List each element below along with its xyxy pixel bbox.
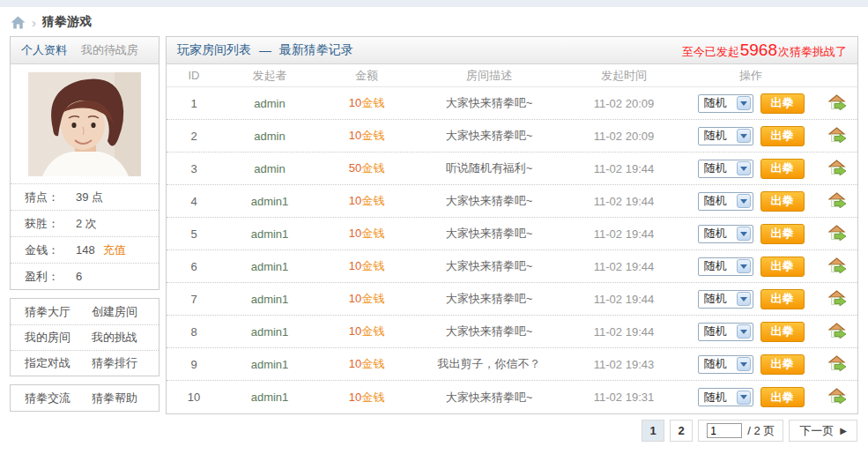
- tab-personal-profile[interactable]: 个人资料: [21, 42, 67, 58]
- gesture-select[interactable]: 随机: [698, 388, 753, 406]
- col-header-operation: 操作: [685, 68, 817, 84]
- latest-records-link[interactable]: 最新猜拳记录: [279, 42, 353, 58]
- enter-room-icon[interactable]: [828, 160, 847, 178]
- gesture-select[interactable]: 随机: [698, 127, 753, 145]
- amount-unit: 金钱: [361, 161, 384, 175]
- enter-room-icon[interactable]: [828, 323, 847, 341]
- stat-value: 2 次: [76, 216, 97, 232]
- menu-link-my-rooms[interactable]: 我的房间: [25, 330, 92, 346]
- menu-link-designated-battle[interactable]: 指定对战: [25, 355, 92, 371]
- room-id: 2: [167, 130, 221, 143]
- page-number-input[interactable]: [707, 423, 742, 438]
- room-description: 大家快来猜拳吧~: [415, 291, 563, 307]
- gesture-select[interactable]: 随机: [698, 160, 753, 178]
- table-row: 1 admin 10金钱 大家快来猜拳吧~ 11-02 20:09 随机 出拳: [167, 87, 857, 120]
- punch-button[interactable]: 出拳: [760, 322, 805, 342]
- table-row: 6 admin1 10金钱 大家快来猜拳吧~ 11-02 19:44 随机 出拳: [167, 250, 857, 283]
- punch-button[interactable]: 出拳: [760, 191, 805, 212]
- gesture-select-value: 随机: [704, 226, 727, 242]
- enter-room-icon[interactable]: [828, 257, 847, 276]
- home-icon[interactable]: [11, 16, 26, 29]
- table-body: 1 admin 10金钱 大家快来猜拳吧~ 11-02 20:09 随机 出拳: [167, 87, 857, 413]
- enter-room-icon[interactable]: [828, 290, 847, 309]
- room-description: 大家快来猜拳吧~: [415, 95, 563, 111]
- room-operations: 随机 出拳: [685, 387, 817, 407]
- room-id: 3: [167, 162, 221, 175]
- room-amount: 10金钱: [318, 193, 415, 209]
- stat-guess-points: 猜点： 39 点: [11, 183, 159, 210]
- stat-value: 148: [76, 243, 95, 257]
- menu-box-extra: 猜拳交流 猜拳帮助: [10, 384, 160, 412]
- room-operations: 随机 出拳: [685, 224, 817, 244]
- room-operations: 随机 出拳: [685, 93, 817, 114]
- room-enter-cell: [817, 127, 857, 145]
- chevron-down-icon: [737, 391, 751, 405]
- room-description: 听说随机有福利~: [415, 160, 563, 176]
- room-operations: 随机 出拳: [685, 257, 817, 277]
- chevron-down-icon: [737, 227, 751, 241]
- menu-link-my-challenges[interactable]: 我的挑战: [92, 330, 137, 346]
- room-amount: 10金钱: [318, 95, 415, 111]
- amount-unit: 金钱: [361, 292, 384, 305]
- next-page-button[interactable]: 下一页 ▶: [789, 420, 857, 442]
- room-start-time: 11-02 20:09: [563, 97, 685, 110]
- menu-link-create-room[interactable]: 创建房间: [92, 304, 137, 320]
- gesture-select-value: 随机: [704, 390, 727, 406]
- punch-button[interactable]: 出拳: [760, 126, 805, 146]
- room-id: 7: [167, 293, 221, 306]
- tab-my-waiting-rooms[interactable]: 我的待战房: [81, 42, 138, 58]
- page-total-label: / 2 页: [747, 423, 775, 439]
- table-row: 5 admin1 10金钱 大家快来猜拳吧~ 11-02 19:44 随机 出拳: [167, 218, 857, 250]
- page-button-1[interactable]: 1: [642, 420, 664, 442]
- room-operations: 随机 出拳: [685, 322, 817, 342]
- punch-button[interactable]: 出拳: [760, 159, 805, 179]
- enter-room-icon[interactable]: [828, 127, 847, 145]
- punch-button[interactable]: 出拳: [760, 224, 805, 244]
- enter-room-icon[interactable]: [828, 192, 847, 211]
- gesture-select[interactable]: 随机: [698, 355, 753, 374]
- profile-stats: 猜点： 39 点 获胜： 2 次 金钱： 148 充值 盈利： 6: [11, 183, 159, 289]
- enter-room-icon[interactable]: [828, 355, 847, 374]
- room-start-time: 11-02 19:43: [563, 358, 685, 371]
- room-description: 大家快来猜拳吧~: [415, 324, 563, 339]
- enter-room-icon[interactable]: [828, 388, 847, 406]
- gesture-select-value: 随机: [704, 95, 727, 111]
- punch-button[interactable]: 出拳: [760, 289, 805, 309]
- menu-link-rps-ranking[interactable]: 猜拳排行: [92, 355, 137, 371]
- room-operations: 随机 出拳: [685, 126, 817, 146]
- amount-number: 10: [349, 292, 361, 305]
- menu-row: 指定对战 猜拳排行: [11, 350, 159, 376]
- gesture-select[interactable]: 随机: [698, 323, 753, 341]
- menu-link-rps-help[interactable]: 猜拳帮助: [92, 391, 137, 406]
- punch-button[interactable]: 出拳: [760, 93, 805, 114]
- chevron-down-icon: [737, 292, 751, 306]
- gesture-select[interactable]: 随机: [698, 257, 753, 276]
- amount-unit: 金钱: [361, 324, 384, 338]
- room-initiator: admin1: [221, 358, 318, 371]
- room-start-time: 11-02 19:44: [563, 195, 685, 208]
- banner-prefix: 至今已发起: [682, 44, 739, 60]
- punch-button[interactable]: 出拳: [760, 257, 805, 277]
- enter-room-icon[interactable]: [828, 94, 847, 113]
- col-header-time: 发起时间: [563, 68, 685, 84]
- room-id: 9: [167, 358, 221, 371]
- chevron-down-icon: [737, 161, 751, 175]
- menu-link-rps-forum[interactable]: 猜拳交流: [25, 391, 92, 406]
- room-enter-cell: [817, 388, 857, 406]
- menu-row: 猜拳大厅 创建房间: [11, 299, 159, 324]
- punch-button[interactable]: 出拳: [760, 354, 805, 375]
- gesture-select[interactable]: 随机: [698, 192, 753, 211]
- menu-link-rps-hall[interactable]: 猜拳大厅: [25, 304, 92, 320]
- table-row: 9 admin1 10金钱 我出剪子，你信不？ 11-02 19:43 随机 出…: [167, 348, 857, 381]
- amount-number: 10: [349, 194, 361, 207]
- page-button-2[interactable]: 2: [670, 420, 693, 442]
- gesture-select[interactable]: 随机: [698, 225, 753, 243]
- punch-button[interactable]: 出拳: [760, 387, 805, 407]
- gesture-select[interactable]: 随机: [698, 290, 753, 309]
- gesture-select[interactable]: 随机: [698, 94, 753, 113]
- room-initiator: admin1: [221, 227, 318, 241]
- chevron-down-icon: [737, 129, 751, 143]
- recharge-link[interactable]: 充值: [103, 242, 126, 258]
- col-header-description: 房间描述: [415, 68, 563, 84]
- enter-room-icon[interactable]: [828, 225, 847, 243]
